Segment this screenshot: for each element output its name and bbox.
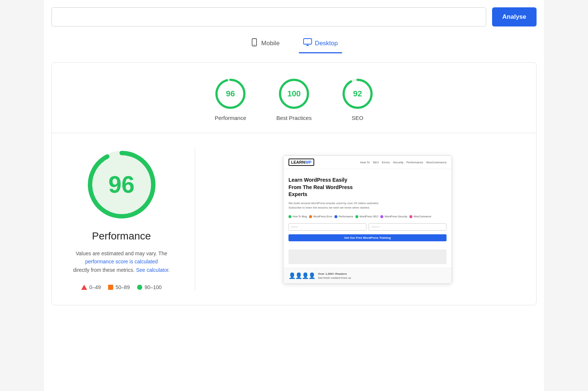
fake-cta-button: Get Our Free WordPress Training <box>288 234 447 241</box>
legend-item-medium: 50–89 <box>108 284 130 290</box>
score-value-performance: 96 <box>226 89 235 99</box>
mobile-icon <box>250 38 258 48</box>
score-circle-best-practices: 100 <box>277 77 311 110</box>
desc-middle: directly from these metrics. <box>73 267 135 273</box>
desc-suffix: . <box>168 267 170 273</box>
fake-hero-sub: We build several WordPress brands used b… <box>288 201 447 210</box>
tab-desktop[interactable]: Desktop <box>299 35 342 53</box>
main-content: 96 Performance Values are estimated and … <box>52 133 536 305</box>
circle-icon <box>137 285 142 290</box>
score-circle-seo: 92 <box>341 77 374 110</box>
score-value-seo: 92 <box>353 89 362 99</box>
results-card: 96 Performance 100 Best Practices <box>51 62 537 305</box>
legend-item-high: 90–100 <box>137 284 162 290</box>
fake-categories: How To Blog WordPress Error Performance … <box>288 215 447 218</box>
performance-title: Performance <box>92 230 151 242</box>
fake-logo-accent: WP <box>305 160 312 164</box>
large-score-value: 96 <box>108 171 135 198</box>
perf-score-link[interactable]: performance score is calculated <box>85 259 158 264</box>
fake-nav: LEARNWP How To SEO Errors Security Perfo… <box>283 156 452 169</box>
performance-description: Values are estimated and may vary. The p… <box>70 249 173 274</box>
score-value-best-practices: 100 <box>287 89 301 99</box>
device-tabs: Mobile Desktop <box>51 35 537 53</box>
score-legend: 0–49 50–89 90–100 <box>81 284 162 290</box>
score-summary: 96 Performance 100 Best Practices <box>52 63 536 133</box>
legend-item-low: 0–49 <box>81 284 101 290</box>
legend-range-low: 0–49 <box>89 284 101 290</box>
score-label-performance: Performance <box>215 115 246 121</box>
fake-search-input: Search <box>369 223 447 231</box>
fake-name-input: Name <box>288 223 366 231</box>
fake-nav-links: How To SEO Errors Security Performance W… <box>360 161 447 164</box>
svg-point-1 <box>254 45 255 45</box>
tab-mobile[interactable]: Mobile <box>246 35 284 53</box>
large-score-circle: 96 <box>85 148 158 221</box>
fake-readers-text: Over 1,000+ ReadersGet fresh content fro… <box>318 272 351 280</box>
desc-prefix: Values are estimated and may vary. The <box>76 250 167 256</box>
left-panel: 96 Performance Values are estimated and … <box>70 148 195 290</box>
fake-hero-title: Learn WordPress EasilyFrom The Real Word… <box>288 177 447 198</box>
fake-email-row: Name Search <box>288 223 447 231</box>
fake-promo-box <box>288 249 447 264</box>
site-screenshot: LEARNWP How To SEO Errors Security Perfo… <box>283 155 452 284</box>
triangle-icon <box>81 285 87 290</box>
score-item-best-practices: 100 Best Practices <box>276 77 312 121</box>
square-icon <box>108 285 113 290</box>
tab-desktop-label: Desktop <box>315 40 338 47</box>
score-item-seo: 92 SEO <box>341 77 374 121</box>
score-label-best-practices: Best Practices <box>276 115 312 121</box>
fake-avatars: 👤👤👤👤 <box>288 272 315 279</box>
analyse-button[interactable]: Analyse <box>492 7 537 26</box>
desktop-icon <box>303 38 312 48</box>
score-label-seo: SEO <box>352 115 363 121</box>
calculator-link[interactable]: See calculator <box>136 267 168 273</box>
legend-range-high: 90–100 <box>144 284 162 290</box>
legend-range-medium: 50–89 <box>115 284 130 290</box>
fake-logo: LEARNWP <box>288 159 314 166</box>
tab-mobile-label: Mobile <box>261 40 280 47</box>
score-item-performance: 96 Performance <box>214 77 247 121</box>
svg-rect-2 <box>304 39 312 44</box>
fake-website: LEARNWP How To SEO Errors Security Perfo… <box>283 156 452 284</box>
right-panel: LEARNWP How To SEO Errors Security Perfo… <box>217 148 518 290</box>
score-circle-performance: 96 <box>214 77 247 110</box>
fake-hero: Learn WordPress EasilyFrom The Real Word… <box>283 169 452 249</box>
url-input[interactable]: https://learnwordpresseasily.com/ <box>51 7 486 26</box>
fake-readers: 👤👤👤👤 Over 1,000+ ReadersGet fresh conten… <box>283 268 452 284</box>
